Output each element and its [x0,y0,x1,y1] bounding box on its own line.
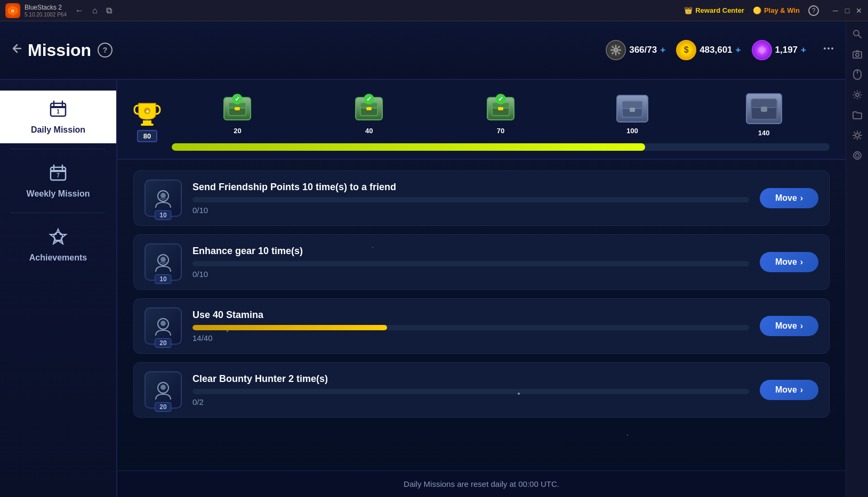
trophy-score-value: 80 [143,132,151,140]
move-button-4[interactable]: Move › [760,380,818,400]
svg-rect-14 [51,170,66,172]
move-arrow-3: › [800,321,803,331]
milestone-item-100[interactable]: 100 [566,93,698,135]
achievements-label: Achievements [29,253,87,263]
milestone-40-number: 40 [365,127,373,135]
chest-20: ✓ [220,93,254,125]
gear-plus[interactable]: + [660,45,665,55]
move-button-3[interactable]: Move › [760,316,818,336]
svg-point-43 [160,321,166,326]
move-button-2[interactable]: Move › [760,252,818,272]
reward-badge-3: 20 [155,338,171,348]
svg-text:★: ★ [146,109,150,114]
milestones-track: ✓ 20 [172,91,830,151]
milestone-item-40[interactable]: ✓ 40 [303,93,435,135]
mission-count-3: 14/40 [192,333,213,343]
sidebar-settings2-icon[interactable] [849,147,866,164]
sidebar-settings-icon[interactable] [849,86,866,103]
help-icon-topbar[interactable]: ? [808,5,819,16]
mission-card-bounty: 20 Clear Bounty Hunter 2 time(s) 0/2 Mov… [133,362,830,418]
svg-point-53 [855,134,859,137]
svg-point-18 [54,232,62,241]
daily-mission-label: Daily Mission [31,125,85,135]
move-arrow-2: › [800,257,803,267]
svg-point-7 [831,47,833,50]
mission-progress-bar-3 [192,325,749,330]
left-navigation: 1 Daily Mission 7 [0,80,117,497]
sidebar-item-achievements[interactable]: Achievements [0,218,116,271]
topbar-nav: ← ⌂ ⧉ [73,5,114,17]
crystal-resource: 1,197 + [752,40,806,60]
mission-info-4: Clear Bounty Hunter 2 time(s) 0/2 [192,373,749,407]
coin-plus[interactable]: + [736,45,741,55]
milestone-item-70[interactable]: ✓ 70 [435,93,567,135]
back-button[interactable] [11,42,23,58]
mission-main-content: ★ 80 [117,80,846,497]
mission-count-1: 0/10 [192,206,208,215]
milestone-item-20[interactable]: ✓ 20 [172,93,303,135]
svg-point-54 [855,154,859,158]
sidebar-search-icon[interactable] [849,26,866,43]
achievements-icon [49,227,68,250]
svg-rect-36 [751,99,777,108]
svg-rect-31 [498,107,503,110]
svg-rect-9 [51,106,66,108]
daily-mission-icon: 1 [49,99,68,122]
move-button-1[interactable]: Move › [760,188,818,208]
sidebar-item-daily-mission[interactable]: 1 Daily Mission [0,91,116,143]
mission-info-2: Enhance gear 10 time(s) 0/10 [192,246,749,279]
coin-resource: $ 483,601 + [676,40,741,60]
reward-center-btn[interactable]: 👑 Reward Center [684,6,744,14]
help-button[interactable]: ? [98,43,112,58]
svg-rect-28 [366,107,372,110]
close-btn[interactable]: ✕ [855,7,863,14]
mission-info-1: Send Friendship Points 10 time(s) to a f… [192,182,749,215]
chest-70: ✓ [484,93,518,125]
app-name: BlueStacks 2 [25,4,67,11]
milestone-item-140[interactable]: 140 [698,91,830,137]
star-decoration [227,330,228,332]
chest-40: ✓ [352,93,386,125]
mission-card-friendship: 10 Send Friendship Points 10 time(s) to … [133,170,830,226]
svg-point-45 [160,385,166,390]
play-win-btn[interactable]: 🟡 Play & Win [753,6,800,14]
more-options-button[interactable] [822,42,835,58]
nav-divider-2 [11,213,106,213]
sidebar-gear-icon[interactable] [849,127,866,144]
chest-140 [744,91,784,127]
milestone-140-number: 140 [758,129,770,137]
nav-home-btn[interactable]: ⌂ [90,5,100,17]
sidebar-item-weekly-mission[interactable]: 7 Weekly Mission [0,154,116,207]
star-decoration [627,435,628,436]
nav-divider-1 [11,149,106,149]
milestone-trophy: ★ 80 [133,99,161,142]
svg-point-55 [854,152,861,159]
nav-tabs-btn[interactable]: ⧉ [104,5,114,17]
mission-progress-bar-4 [192,389,749,394]
minimize-btn[interactable]: ─ [832,7,839,14]
mission-card-enhance: 10 Enhance gear 10 time(s) 0/10 Move › [133,234,830,290]
app-logo: B [5,3,20,18]
milestone-progress-fill [172,143,645,151]
svg-rect-25 [235,107,240,110]
mission-progress-fill-3 [192,325,387,330]
nav-back-btn[interactable]: ← [73,5,86,17]
crown-icon: 👑 [684,6,693,14]
milestone-row: ★ 80 [133,91,830,151]
right-sidebar [846,21,868,497]
milestone-progress-bar [172,143,830,151]
move-arrow-1: › [800,193,803,203]
sidebar-camera-icon[interactable] [849,46,866,63]
crystal-plus[interactable]: + [801,45,806,55]
svg-rect-19 [143,120,151,124]
mission-list: 10 Send Friendship Points 10 time(s) to … [117,160,846,470]
milestone-70-number: 70 [497,127,504,135]
svg-rect-20 [141,124,154,126]
restore-btn[interactable]: □ [843,7,851,14]
topbar-right: 👑 Reward Center 🟡 Play & Win ? ─ □ ✕ [684,5,863,16]
sidebar-folder-icon[interactable] [849,107,866,124]
sidebar-mouse-icon[interactable] [849,66,866,83]
svg-point-5 [824,47,826,50]
mission-name-4: Clear Bounty Hunter 2 time(s) [192,373,749,385]
move-label-1: Move [775,193,797,203]
